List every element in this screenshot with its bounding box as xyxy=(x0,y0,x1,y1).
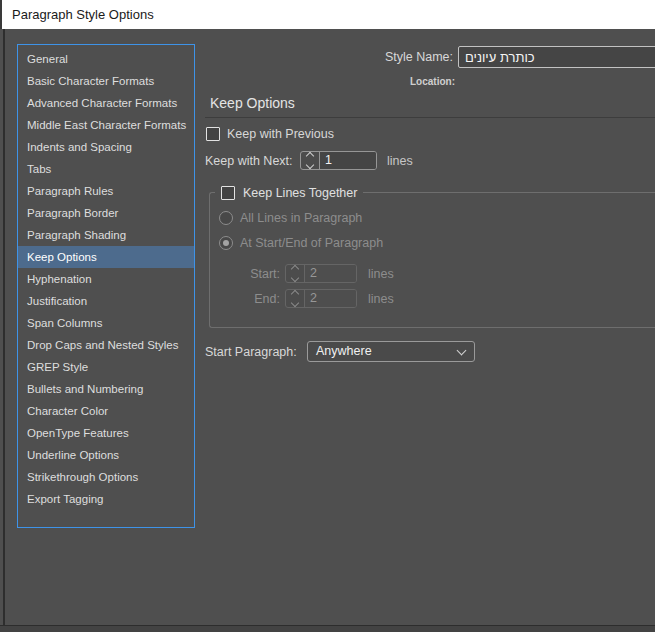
sidebar-item-underline-options[interactable]: Underline Options xyxy=(18,444,194,466)
all-lines-label: All Lines in Paragraph xyxy=(240,211,362,225)
panel-title-divider xyxy=(205,117,655,118)
sidebar-item-indents-and-spacing[interactable]: Indents and Spacing xyxy=(18,136,194,158)
sidebar-item-span-columns[interactable]: Span Columns xyxy=(18,312,194,334)
window-title: Paragraph Style Options xyxy=(12,7,154,22)
stepper-arrows-icon xyxy=(286,265,305,282)
stepper-arrows-icon[interactable] xyxy=(301,152,320,169)
chevron-up-icon[interactable] xyxy=(306,152,314,160)
chevron-down-icon xyxy=(291,299,299,307)
end-label: End: xyxy=(205,292,280,306)
keep-lines-together-label: Keep Lines Together xyxy=(243,186,357,200)
sidebar-item-opentype-features[interactable]: OpenType Features xyxy=(18,422,194,444)
sidebar-item-paragraph-rules[interactable]: Paragraph Rules xyxy=(18,180,194,202)
keep-with-previous-label: Keep with Previous xyxy=(227,127,334,141)
sidebar-item-drop-caps-and-nested-styles[interactable]: Drop Caps and Nested Styles xyxy=(18,334,194,356)
start-stepper: 2 xyxy=(285,264,357,283)
dropdown-chevron-icon xyxy=(457,346,467,356)
sidebar-item-basic-character-formats[interactable]: Basic Character Formats xyxy=(18,70,194,92)
start-paragraph-label: Start Paragraph: xyxy=(205,345,297,359)
keep-with-next-stepper[interactable]: 1 xyxy=(300,151,377,170)
panel-title: Keep Options xyxy=(210,95,295,111)
start-paragraph-value: Anywhere xyxy=(316,344,372,358)
stepper-arrows-icon xyxy=(286,290,305,307)
paragraph-style-options-dialog: Paragraph Style Options GeneralBasic Cha… xyxy=(0,0,655,632)
style-name-input[interactable] xyxy=(458,46,655,68)
sidebar-item-keep-options[interactable]: Keep Options xyxy=(18,246,194,268)
chevron-down-icon xyxy=(291,274,299,282)
start-value: 2 xyxy=(305,265,356,282)
location-label: Location: xyxy=(340,76,455,87)
sidebar-item-hyphenation[interactable]: Hyphenation xyxy=(18,268,194,290)
start-paragraph-dropdown[interactable]: Anywhere xyxy=(307,341,475,362)
keep-lines-together-checkbox[interactable] xyxy=(221,186,235,200)
sidebar-item-grep-style[interactable]: GREP Style xyxy=(18,356,194,378)
sidebar-item-justification[interactable]: Justification xyxy=(18,290,194,312)
dialog-left-edge xyxy=(3,29,5,632)
start-unit: lines xyxy=(368,267,394,281)
sidebar-item-tabs[interactable]: Tabs xyxy=(18,158,194,180)
sidebar-item-bullets-and-numbering[interactable]: Bullets and Numbering xyxy=(18,378,194,400)
keep-with-next-label: Keep with Next: xyxy=(205,154,293,168)
sidebar-item-paragraph-shading[interactable]: Paragraph Shading xyxy=(18,224,194,246)
start-label: Start: xyxy=(205,267,280,281)
all-lines-radio xyxy=(219,211,233,225)
sidebar-item-advanced-character-formats[interactable]: Advanced Character Formats xyxy=(18,92,194,114)
keep-with-previous-checkbox[interactable] xyxy=(206,127,220,141)
sidebar-item-character-color[interactable]: Character Color xyxy=(18,400,194,422)
sidebar-item-export-tagging[interactable]: Export Tagging xyxy=(18,488,194,510)
chevron-up-icon xyxy=(291,290,299,298)
keep-lines-together-legend: Keep Lines Together xyxy=(215,185,363,200)
style-options-sidebar: GeneralBasic Character FormatsAdvanced C… xyxy=(17,44,195,528)
start-end-radio xyxy=(219,236,233,250)
keep-with-next-unit: lines xyxy=(387,154,413,168)
chevron-down-icon[interactable] xyxy=(306,161,314,169)
titlebar: Paragraph Style Options xyxy=(0,0,655,29)
style-name-label: Style Name: xyxy=(340,50,453,64)
end-unit: lines xyxy=(368,292,394,306)
start-end-label: At Start/End of Paragraph xyxy=(240,236,383,250)
sidebar-item-general[interactable]: General xyxy=(18,48,194,70)
end-stepper: 2 xyxy=(285,289,357,308)
sidebar-item-paragraph-border[interactable]: Paragraph Border xyxy=(18,202,194,224)
dialog-bottom-edge xyxy=(0,625,655,632)
end-value: 2 xyxy=(305,290,356,307)
chevron-up-icon xyxy=(291,265,299,273)
sidebar-item-strikethrough-options[interactable]: Strikethrough Options xyxy=(18,466,194,488)
keep-with-next-value[interactable]: 1 xyxy=(320,152,376,169)
sidebar-item-middle-east-character-formats[interactable]: Middle East Character Formats xyxy=(18,114,194,136)
